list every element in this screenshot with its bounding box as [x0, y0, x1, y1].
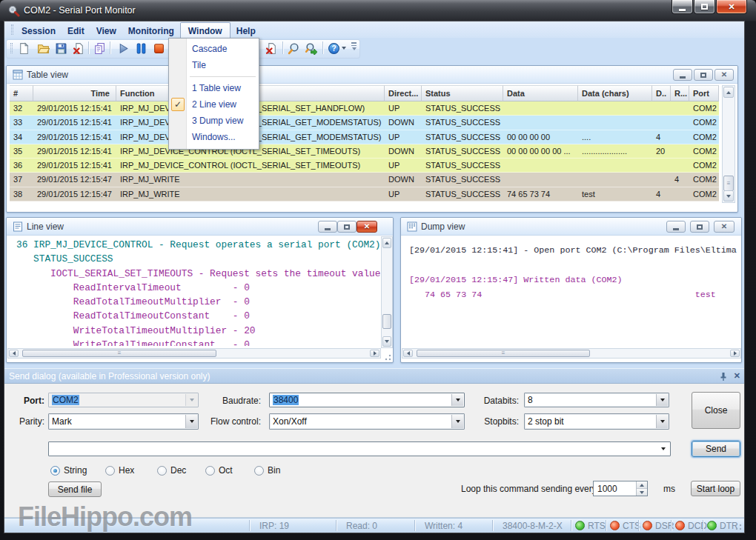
table-row[interactable]: 32 29/01/2015 12:15:41 IRP_MJ_DEVICE_CON… [10, 101, 719, 116]
table-row[interactable]: 33 29/01/2015 12:15:41 IRP_MJ_DEVICE_CON… [10, 116, 719, 130]
line-view-icon [13, 221, 23, 232]
close-file-icon[interactable] [71, 41, 86, 56]
cell-status: STATUS_SUCCESS [422, 116, 503, 129]
databits-combo[interactable]: 8 [524, 393, 669, 407]
databits-label: Databits: [445, 396, 519, 406]
column-header[interactable]: Data (chars) [578, 85, 652, 101]
radio-option[interactable]: String [50, 464, 105, 476]
radio-option[interactable]: Bin [254, 464, 280, 476]
menu-item[interactable]: Edit [62, 23, 90, 39]
radio-option[interactable]: Oct [205, 464, 254, 476]
table-row[interactable]: 37 29/01/2015 12:15:47 IRP_MJ_WRITE DOWN… [10, 173, 719, 187]
dump-view-line: [29/01/2015 12:15:41] - Open port COM2 (… [409, 243, 741, 258]
send-button[interactable]: Send [692, 441, 740, 457]
pin-icon[interactable] [719, 372, 728, 381]
column-header[interactable]: Status [422, 85, 503, 101]
stop-monitoring-icon[interactable] [151, 41, 166, 56]
dump-hscrollbar[interactable]: ≡ [402, 348, 741, 359]
dump-view-close-button[interactable]: ✕ [714, 221, 735, 233]
column-header[interactable]: Direct... [385, 85, 422, 101]
close-send-button[interactable]: Close [692, 392, 740, 429]
cell-time: 29/01/2015 12:15:41 [33, 101, 116, 115]
menu-item[interactable]: Window [180, 22, 231, 39]
dump-view-line [409, 258, 741, 273]
column-header[interactable]: # [10, 85, 33, 101]
table-view-close-button[interactable]: ✕ [714, 69, 734, 81]
window-menu-item[interactable]: ✓ [169, 73, 259, 80]
window-menu-item[interactable]: ✓Windows... [169, 129, 259, 145]
column-header[interactable]: Data [503, 85, 578, 101]
help-dropdown-icon[interactable] [339, 41, 348, 56]
menu-item[interactable]: Session [16, 23, 62, 39]
table-view-title: Table view [27, 70, 68, 80]
menubar-grip[interactable] [11, 24, 13, 35]
copy-icon[interactable] [92, 41, 107, 56]
window-menu-item[interactable]: ✓1 Table view [169, 80, 259, 96]
table-row[interactable]: 38 29/01/2015 12:15:47 IRP_MJ_WRITE UP S… [10, 187, 719, 201]
loop-interval-value: 1000 [597, 484, 617, 494]
window-resize-grip[interactable] [733, 521, 743, 531]
send-text-combo[interactable] [48, 441, 671, 456]
line-view-minimize-button[interactable] [318, 221, 337, 233]
radio-option[interactable]: Hex [105, 464, 157, 476]
spin-up-icon[interactable] [637, 481, 647, 488]
table-vscrollbar[interactable]: ≡ [722, 85, 735, 203]
table-row[interactable]: 36 29/01/2015 12:15:41 IRP_MJ_DEVICE_CON… [10, 159, 719, 173]
dump-view-maximize-button[interactable] [690, 221, 709, 233]
column-header[interactable]: D.. [652, 85, 671, 101]
menu-item[interactable]: Help [231, 23, 262, 39]
send-dialog-close-icon[interactable]: ✕ [734, 371, 740, 381]
window-menu-item[interactable]: ✓3 Dump view [169, 113, 259, 129]
line-view-title: Line view [27, 221, 64, 232]
app-icon [7, 4, 20, 17]
radio-option[interactable]: Dec [157, 464, 205, 476]
cell-num: 35 [10, 144, 33, 158]
led-label: RTS [588, 521, 606, 531]
start-loop-button[interactable]: Start loop [691, 481, 740, 496]
line-view-resize-grip[interactable] [382, 352, 392, 361]
start-monitoring-icon[interactable] [116, 41, 130, 56]
table-row[interactable]: 35 29/01/2015 12:15:41 IRP_MJ_DEVICE_CON… [10, 144, 719, 159]
menu-item[interactable]: View [90, 23, 122, 39]
maximize-button[interactable] [694, 0, 715, 14]
clear-icon[interactable] [264, 41, 279, 56]
find-icon[interactable] [286, 41, 301, 56]
open-file-icon[interactable] [36, 41, 50, 56]
table-view-panel: Table view ✕ #TimeFunctionDirect...Statu… [6, 65, 738, 213]
cell-r [671, 144, 689, 158]
flow-control-combo[interactable]: Xon/Xoff [269, 413, 465, 430]
line-view-close-button[interactable]: ✕ [357, 221, 377, 233]
help-icon[interactable]: ? [326, 41, 341, 56]
toolbar-overflow-icon[interactable] [351, 42, 357, 50]
parity-combo[interactable]: Mark [48, 413, 199, 430]
line-hscrollbar[interactable]: ≡ [7, 348, 381, 359]
baudrate-combo[interactable]: 38400 [269, 393, 465, 407]
line-view-maximize-button[interactable] [337, 221, 357, 233]
window-menu-item[interactable]: ✓Cascade [169, 41, 259, 57]
loop-interval-spinner[interactable]: 1000 [593, 481, 648, 496]
toolbar-grip[interactable] [10, 43, 13, 53]
line-vscrollbar[interactable] [381, 236, 393, 348]
window-menu-item[interactable]: ✓2 Line view [169, 96, 259, 113]
new-file-icon[interactable] [16, 41, 31, 56]
port-combo[interactable]: COM2 [48, 393, 199, 407]
table-view-minimize-button[interactable] [673, 69, 692, 81]
dump-view-minimize-button[interactable] [666, 221, 686, 233]
cell-direction: UP [385, 159, 422, 172]
table-view-maximize-button[interactable] [694, 69, 713, 81]
table-row[interactable]: 34 29/01/2015 12:15:41 IRP_MJ_DEVICE_CON… [10, 130, 719, 144]
column-header[interactable]: Time [33, 85, 116, 101]
column-header[interactable]: R... [671, 85, 689, 101]
status-led-segment: CTS [606, 519, 638, 533]
column-header[interactable]: Port [689, 85, 719, 101]
save-icon[interactable] [53, 41, 68, 56]
find-next-icon[interactable] [303, 41, 318, 56]
close-button[interactable]: ✕ [716, 0, 747, 14]
pause-monitoring-icon[interactable] [133, 41, 148, 56]
send-file-button[interactable]: Send file [48, 481, 102, 497]
minimize-button[interactable] [672, 0, 693, 14]
spin-down-icon[interactable] [637, 488, 647, 496]
window-menu-item[interactable]: ✓Tile [169, 57, 259, 73]
stopbits-combo[interactable]: 2 stop bit [524, 413, 669, 430]
menu-item[interactable]: Monitoring [122, 23, 180, 39]
